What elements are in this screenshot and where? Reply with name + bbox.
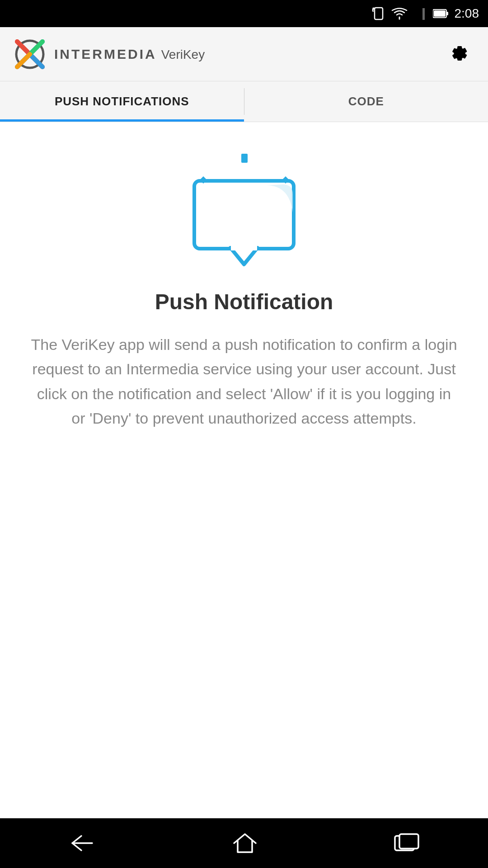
- push-notification-title: Push Notification: [155, 289, 333, 314]
- company-product: INTERMEDIA VeriKey: [54, 47, 205, 62]
- svg-rect-9: [416, 14, 418, 20]
- signal-icon: [413, 7, 427, 20]
- back-button[interactable]: [69, 833, 96, 853]
- status-bar: 2:08: [0, 0, 488, 27]
- settings-button[interactable]: [442, 37, 474, 71]
- svg-rect-3: [16, 5, 17, 22]
- back-icon: [69, 833, 96, 853]
- tabs-container: PUSH NOTIFICATIONS CODE: [0, 81, 488, 122]
- svg-rect-13: [434, 10, 446, 17]
- rotate-icon: [371, 6, 386, 21]
- svg-rect-1: [12, 5, 13, 22]
- svg-rect-2: [14, 5, 15, 22]
- tab-code[interactable]: CODE: [244, 81, 488, 122]
- home-icon: [233, 832, 257, 854]
- svg-rect-11: [422, 8, 425, 20]
- svg-rect-29: [231, 246, 257, 250]
- svg-rect-7: [375, 8, 383, 19]
- battery-icon: [433, 9, 449, 19]
- svg-rect-25: [194, 181, 294, 249]
- push-notification-illustration: [181, 149, 307, 267]
- push-notification-description: The VeriKey app will send a push notific…: [29, 332, 459, 431]
- company-name: INTERMEDIA: [54, 47, 157, 62]
- wifi-icon: [391, 7, 408, 20]
- svg-rect-0: [9, 5, 11, 22]
- svg-rect-6: [23, 5, 24, 22]
- status-time: 2:08: [455, 6, 479, 21]
- product-name: VeriKey: [161, 47, 205, 62]
- status-bar-right: 2:08: [371, 6, 479, 21]
- svg-rect-31: [399, 834, 418, 849]
- header-brand: INTERMEDIA VeriKey: [14, 38, 205, 71]
- svg-rect-10: [419, 11, 422, 20]
- svg-rect-22: [241, 154, 248, 163]
- app-header: INTERMEDIA VeriKey: [0, 27, 488, 81]
- svg-rect-4: [18, 5, 20, 22]
- svg-rect-8: [413, 16, 415, 20]
- svg-rect-14: [446, 12, 448, 15]
- intermedia-logo: [14, 38, 46, 71]
- gear-icon: [446, 42, 470, 65]
- barcode-icon: [9, 5, 25, 22]
- home-button[interactable]: [233, 832, 257, 854]
- recents-button[interactable]: [394, 833, 419, 853]
- notification-svg-icon: [181, 149, 307, 267]
- bottom-nav: [0, 818, 488, 868]
- svg-rect-5: [21, 5, 22, 22]
- main-content: Push Notification The VeriKey app will s…: [0, 122, 488, 818]
- status-bar-left: [9, 5, 25, 22]
- recents-icon: [394, 833, 419, 853]
- tab-push-notifications[interactable]: PUSH NOTIFICATIONS: [0, 81, 244, 122]
